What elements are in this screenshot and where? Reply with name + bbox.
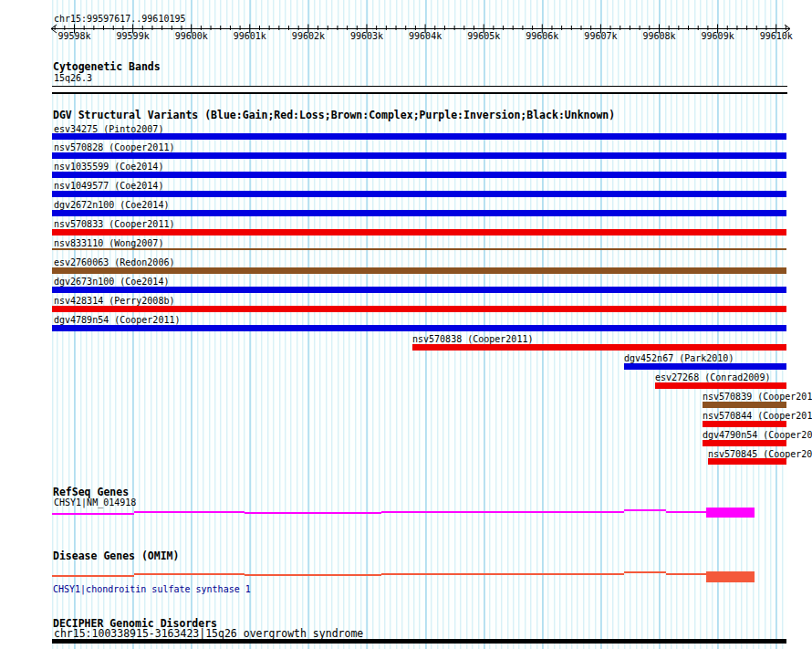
gene-intron-line[interactable]	[134, 511, 245, 513]
genome-browser-view: chr15:99597617..99610195 99598k99599k996…	[0, 0, 812, 649]
ruler-tick-label: 99607k	[584, 31, 617, 41]
variant-bar-loss[interactable]	[703, 440, 786, 446]
ruler-tick-label: 99610k	[760, 31, 793, 41]
gene-intron-line[interactable]	[666, 573, 707, 575]
ruler-tick-label: 99599k	[117, 31, 150, 41]
gene-intron-line[interactable]	[245, 574, 381, 576]
variant-label: nsv570839 (Cooper2011)	[703, 392, 812, 402]
omim-track-title: Disease Genes (OMIM)	[53, 550, 179, 562]
variant-bar-loss[interactable]	[655, 382, 786, 389]
variant-label: nsv428314 (Perry2008b)	[54, 296, 174, 306]
variant-bar-gain[interactable]	[52, 172, 786, 178]
gene-intron-line[interactable]	[52, 513, 134, 515]
variant-label: nsv1049577 (Coe2014)	[54, 181, 163, 191]
variant-bar-loss[interactable]	[52, 306, 786, 312]
gene-exon-block[interactable]	[706, 571, 755, 582]
dgv-track-title: DGV Structural Variants (Blue:Gain;Red:L…	[53, 110, 615, 121]
variant-bar-loss[interactable]	[708, 458, 786, 465]
variant-label: dgv4790n54 (Cooper2011)	[703, 430, 812, 440]
variant-label: esv34275 (Pinto2007)	[54, 124, 163, 134]
refseq-gene-label: CHSY1|NM_014918	[54, 497, 136, 508]
omim-gene-label: CHSY1|chondroitin sulfate synthase 1	[53, 584, 251, 594]
variant-bar-loss[interactable]	[52, 229, 786, 236]
variant-bar-gain[interactable]	[52, 152, 786, 159]
variant-label: dgv4789n54 (Cooper2011)	[54, 315, 180, 325]
gene-intron-line[interactable]	[666, 511, 707, 513]
variant-label: esv27268 (Conrad2009)	[655, 372, 770, 382]
variant-label: nsv570844 (Cooper2011)	[703, 411, 812, 421]
ruler-tick-label: 99605k	[467, 31, 500, 41]
variant-bar-complex[interactable]	[52, 248, 786, 250]
ruler-tick-label: 99608k	[642, 31, 675, 41]
gene-intron-line[interactable]	[381, 511, 624, 513]
variant-bar-gain[interactable]	[52, 191, 786, 197]
ruler-tick-label: 99604k	[409, 31, 442, 41]
variant-label: nsv570833 (Cooper2011)	[54, 219, 174, 229]
variant-label: dgv452n67 (Park2010)	[624, 353, 734, 363]
ruler-tick-label: 99600k	[175, 31, 208, 41]
variant-label: dgv2672n100 (Coe2014)	[54, 200, 169, 210]
variant-label: dgv2673n100 (Coe2014)	[54, 277, 169, 287]
variant-label: nsv570845 (Cooper2011)	[708, 449, 812, 459]
variant-bar-gain[interactable]	[52, 287, 786, 293]
variant-bar-loss[interactable]	[412, 344, 786, 351]
gene-intron-line[interactable]	[624, 509, 666, 511]
ruler-tick-label: 99606k	[526, 31, 558, 41]
ruler-tick-label: 99602k	[292, 31, 325, 41]
ruler-tick-label: 99609k	[702, 31, 734, 41]
variant-bar-complex[interactable]	[703, 402, 786, 408]
cytogenetic-bands-title: Cytogenetic Bands	[53, 61, 161, 73]
variant-bar-gain[interactable]	[624, 363, 786, 370]
gene-intron-line[interactable]	[134, 573, 245, 575]
gene-exon-block[interactable]	[706, 508, 755, 518]
variant-bar-gain[interactable]	[52, 133, 786, 140]
gene-intron-line[interactable]	[381, 573, 624, 575]
cytoband-glyph[interactable]	[52, 86, 787, 94]
variant-bar-gain[interactable]	[52, 325, 786, 331]
variant-bar-gain[interactable]	[52, 210, 786, 216]
variant-label: nsv1035599 (Coe2014)	[54, 162, 163, 172]
ruler-tick-label: 99603k	[350, 31, 383, 41]
ruler-tick-label: 99601k	[234, 31, 266, 41]
variant-bar-loss[interactable]	[703, 421, 786, 427]
variant-bar-complex[interactable]	[52, 267, 786, 274]
variant-label: nsv570838 (Cooper2011)	[412, 334, 533, 344]
cytoband-label: 15q26.3	[54, 73, 92, 83]
gene-intron-line[interactable]	[52, 575, 134, 577]
gene-intron-line[interactable]	[245, 512, 381, 514]
gene-intron-line[interactable]	[624, 571, 666, 573]
variant-label: nsv833110 (Wong2007)	[54, 238, 163, 248]
variant-label: esv2760063 (Redon2006)	[54, 257, 174, 267]
variant-label: nsv570828 (Cooper2011)	[54, 142, 174, 152]
decipher-region-bar[interactable]	[52, 639, 786, 644]
ruler-tick-label: 99598k	[57, 31, 90, 41]
